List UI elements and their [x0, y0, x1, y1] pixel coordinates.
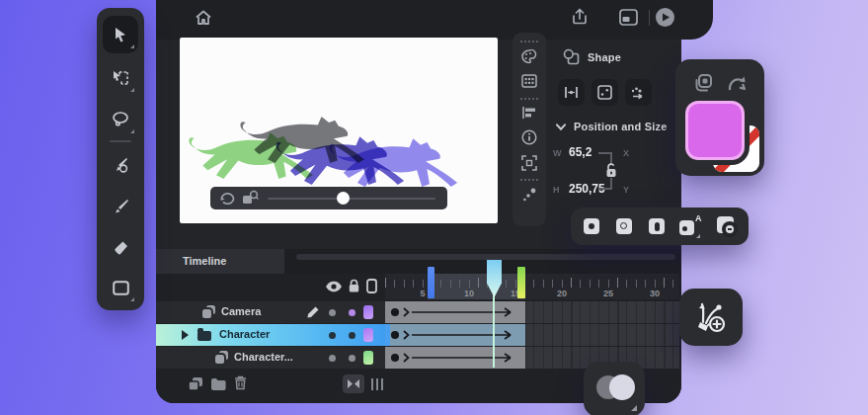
playhead-line	[493, 294, 495, 368]
timeline-scrollbar[interactable]	[296, 254, 675, 260]
align-icon[interactable]	[521, 106, 537, 120]
stage-canvas[interactable]	[180, 38, 498, 223]
delete-icon[interactable]	[234, 375, 247, 390]
tween-span[interactable]	[385, 301, 525, 323]
expand-triangle-icon[interactable]	[182, 330, 189, 340]
visibility-dot[interactable]	[329, 309, 336, 316]
onion-camera-button[interactable]	[343, 374, 364, 393]
range-start-marker[interactable]	[428, 267, 434, 298]
y-label: Y	[623, 185, 629, 195]
remove-frame-button[interactable]	[717, 216, 734, 233]
minus-badge	[724, 223, 736, 235]
layer-name-cell[interactable]: Character...	[156, 347, 385, 369]
submenu-corner-icon	[696, 234, 700, 238]
w-value[interactable]: 65,2	[569, 145, 592, 159]
outline-color-swatch[interactable]	[363, 305, 373, 319]
empty-frames[interactable]	[525, 324, 679, 346]
top-bar	[156, 0, 713, 40]
tool-free-transform[interactable]	[103, 59, 138, 97]
dock-grip[interactable]	[520, 98, 538, 100]
layer-row-character[interactable]: Character	[156, 324, 679, 346]
frame-spacing-icon[interactable]	[371, 378, 385, 390]
ruler-number: 25	[599, 289, 617, 298]
onion-skin-button[interactable]	[584, 362, 645, 415]
keyframe-toolbar: A	[571, 208, 749, 245]
tool-brush[interactable]	[103, 188, 138, 225]
panel-dock	[513, 33, 546, 226]
home-icon[interactable]	[195, 9, 212, 27]
empty-frames[interactable]	[525, 301, 679, 323]
tool-rectangle[interactable]	[103, 269, 138, 306]
info-icon[interactable]	[521, 129, 537, 145]
swatches-icon[interactable]	[521, 74, 537, 88]
ruler-number: 10	[460, 289, 478, 298]
reset-rotation-icon[interactable]	[219, 191, 235, 206]
zoom-slider-track[interactable]	[268, 198, 435, 200]
dock-grip[interactable]	[520, 41, 538, 42]
tween-span[interactable]	[385, 324, 525, 346]
ruler-number: 20	[553, 289, 571, 298]
h-label: H	[553, 185, 560, 195]
layer-name[interactable]: Camera	[221, 305, 261, 317]
submenu-corner-icon	[631, 405, 637, 411]
insert-keyframe-button[interactable]	[584, 218, 599, 234]
x-label: X	[623, 148, 629, 158]
lock-icon[interactable]	[604, 162, 618, 179]
visibility-column-icon[interactable]	[325, 281, 343, 292]
tool-lasso[interactable]	[103, 101, 138, 138]
palette-icon[interactable]	[521, 49, 537, 64]
duplicate-icon[interactable]	[691, 71, 715, 95]
ruler-number: 30	[646, 289, 664, 298]
link-bracket	[598, 188, 611, 190]
folder-icon	[197, 331, 211, 341]
zoom-slider-thumb[interactable]	[337, 192, 350, 205]
insert-frame-button[interactable]	[649, 218, 665, 234]
play-icon[interactable]	[655, 7, 675, 28]
outline-column-icon[interactable]	[366, 279, 377, 293]
spray-tween-button[interactable]	[625, 79, 652, 106]
tool-selection[interactable]	[103, 16, 138, 53]
outline-color-swatch[interactable]	[363, 351, 373, 365]
layer-row-camera[interactable]: Camera	[156, 301, 679, 323]
tool-fluid-brush[interactable]	[103, 146, 138, 184]
width-tool-button[interactable]	[558, 79, 585, 106]
visibility-dot[interactable]	[329, 355, 336, 362]
layer-name[interactable]: Character	[219, 328, 270, 340]
layer-icon	[202, 305, 215, 318]
tab-timeline[interactable]: Timeline	[156, 249, 284, 274]
layer-frames[interactable]	[385, 301, 679, 323]
frame-preview-icon[interactable]	[619, 9, 638, 26]
lock-dot[interactable]	[349, 332, 355, 339]
dock-grip[interactable]	[520, 179, 538, 181]
tool-eraser[interactable]	[103, 229, 138, 267]
tool-palette	[97, 8, 144, 310]
shapes-icon	[563, 48, 580, 65]
layer-frames[interactable]	[385, 324, 679, 346]
tween-span[interactable]	[385, 347, 525, 369]
chevron-down-icon[interactable]	[556, 124, 566, 130]
lock-dot[interactable]	[349, 309, 355, 316]
layer-name-cell[interactable]: Character	[156, 324, 385, 346]
layer-name[interactable]: Character...	[234, 351, 293, 363]
export-icon[interactable]	[571, 8, 589, 26]
pencil-icon	[306, 305, 320, 319]
auto-keyframe-button[interactable]	[679, 220, 694, 235]
new-folder-icon[interactable]	[210, 377, 226, 390]
particles-icon[interactable]	[521, 187, 537, 203]
outline-color-swatch[interactable]	[363, 328, 373, 342]
app-screenshot: Shape Position and Size W 65,2 X H 250,7…	[0, 0, 868, 415]
lock-column-icon[interactable]	[348, 279, 360, 293]
insert-blank-keyframe-button[interactable]	[616, 218, 632, 234]
topbar-divider	[649, 10, 650, 26]
range-end-marker[interactable]	[517, 267, 525, 298]
swap-colors-icon[interactable]	[726, 71, 750, 95]
layer-name-cell[interactable]: Camera	[156, 301, 385, 323]
visibility-dot[interactable]	[329, 332, 336, 339]
frame-options-button[interactable]	[592, 79, 618, 106]
fill-color-swatch[interactable]	[685, 101, 745, 160]
lock-dot[interactable]	[349, 355, 355, 362]
camera-zoom-icon[interactable]	[242, 190, 259, 206]
new-layer-icon[interactable]	[188, 376, 203, 391]
asset-warp-button[interactable]	[679, 289, 743, 346]
transform-frame-icon[interactable]	[521, 155, 537, 171]
